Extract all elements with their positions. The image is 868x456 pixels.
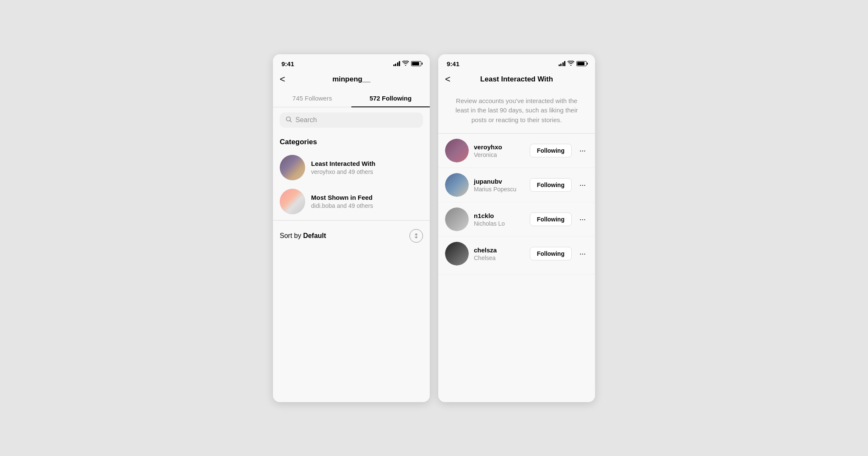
search-box[interactable]: Search	[280, 112, 423, 128]
realname-nicholas: Nicholas Lo	[474, 220, 525, 227]
user-info-veronica: veroyhxo Veronica	[474, 143, 525, 158]
time-left: 9:41	[281, 60, 294, 67]
sort-prefix: Sort by	[280, 232, 303, 239]
user-info-nicholas: n1cklo Nicholas Lo	[474, 212, 525, 227]
sort-value: Default	[303, 232, 326, 239]
svg-line-1	[290, 120, 291, 122]
list-item: n1cklo Nicholas Lo Following ···	[438, 202, 595, 237]
header-right: < Least Interacted With	[438, 71, 595, 90]
search-icon	[286, 116, 292, 124]
list-item: veroyhxo Veronica Following ···	[438, 134, 595, 168]
more-button-marius[interactable]: ···	[577, 181, 588, 190]
categories-label: Categories	[273, 133, 430, 151]
avatar-chelsea	[445, 242, 469, 266]
tab-following[interactable]: 572 Following	[351, 90, 430, 107]
username-nicholas: n1cklo	[474, 212, 525, 219]
tab-followers[interactable]: 745 Followers	[273, 90, 351, 107]
category-title-least: Least Interacted With	[311, 160, 423, 167]
category-item-most-shown[interactable]: Most Shown in Feed didi.boba and 49 othe…	[273, 185, 430, 218]
user-info-chelsea: chelsza Chelsea	[474, 246, 525, 261]
realname-veronica: Veronica	[474, 151, 525, 158]
back-button-right[interactable]: <	[445, 74, 451, 85]
wifi-icon-right	[568, 61, 574, 67]
section-description: Review accounts you've interacted with t…	[438, 90, 595, 134]
wifi-icon	[402, 61, 409, 67]
username-chelsea: chelsza	[474, 246, 525, 254]
category-avatar-most	[280, 189, 305, 214]
search-placeholder: Search	[295, 116, 317, 124]
category-info-least: Least Interacted With veroyhxo and 49 ot…	[311, 160, 423, 175]
status-bar-left: 9:41	[273, 54, 430, 71]
list-item: jupanubv Marius Popescu Following ···	[438, 168, 595, 202]
following-button-marius[interactable]: Following	[530, 178, 572, 192]
tabs-left: 745 Followers 572 Following	[273, 90, 430, 107]
realname-chelsea: Chelsea	[474, 255, 525, 261]
status-icons-right	[559, 61, 587, 67]
battery-icon-right	[576, 61, 587, 66]
search-container: Search	[273, 107, 430, 133]
page-title-left: minpeng__	[332, 75, 370, 84]
signal-icon-right	[559, 61, 566, 66]
category-sub-least: veroyhxo and 49 others	[311, 168, 423, 175]
status-icons-left	[393, 61, 422, 67]
left-phone: 9:41 < minpeng__ 745 Followers 5	[273, 54, 430, 402]
battery-icon	[411, 61, 421, 66]
more-button-veronica[interactable]: ···	[577, 146, 588, 155]
category-sub-most: didi.boba and 49 others	[311, 202, 423, 209]
username-marius: jupanubv	[474, 178, 525, 185]
following-button-veronica[interactable]: Following	[530, 144, 572, 157]
status-bar-right: 9:41	[438, 54, 595, 71]
avatar-veronica	[445, 139, 469, 162]
sort-row[interactable]: Sort by Default	[273, 222, 430, 249]
username-veronica: veroyhxo	[474, 143, 525, 151]
realname-marius: Marius Popescu	[474, 186, 525, 193]
sort-label: Sort by Default	[280, 232, 326, 240]
page-title-right: Least Interacted With	[480, 75, 553, 84]
more-button-nicholas[interactable]: ···	[577, 215, 588, 224]
back-button-left[interactable]: <	[280, 74, 285, 85]
category-avatar-least	[280, 155, 305, 180]
list-item: chelsza Chelsea Following ···	[438, 237, 595, 274]
right-phone: 9:41 < Least Interacted With Review acco…	[438, 54, 595, 402]
category-title-most: Most Shown in Feed	[311, 194, 423, 201]
following-button-chelsea[interactable]: Following	[530, 247, 572, 260]
avatar-nicholas	[445, 207, 469, 231]
sort-icon[interactable]	[409, 229, 423, 243]
time-right: 9:41	[447, 60, 459, 67]
category-info-most: Most Shown in Feed didi.boba and 49 othe…	[311, 194, 423, 209]
category-item-least-interacted[interactable]: Least Interacted With veroyhxo and 49 ot…	[273, 151, 430, 185]
user-info-marius: jupanubv Marius Popescu	[474, 178, 525, 193]
user-list: veroyhxo Veronica Following ··· jupanubv…	[438, 134, 595, 274]
header-left: < minpeng__	[273, 71, 430, 90]
following-button-nicholas[interactable]: Following	[530, 213, 572, 226]
avatar-marius	[445, 173, 469, 197]
signal-icon	[393, 61, 401, 66]
divider-left	[273, 220, 430, 221]
more-button-chelsea[interactable]: ···	[577, 249, 588, 258]
